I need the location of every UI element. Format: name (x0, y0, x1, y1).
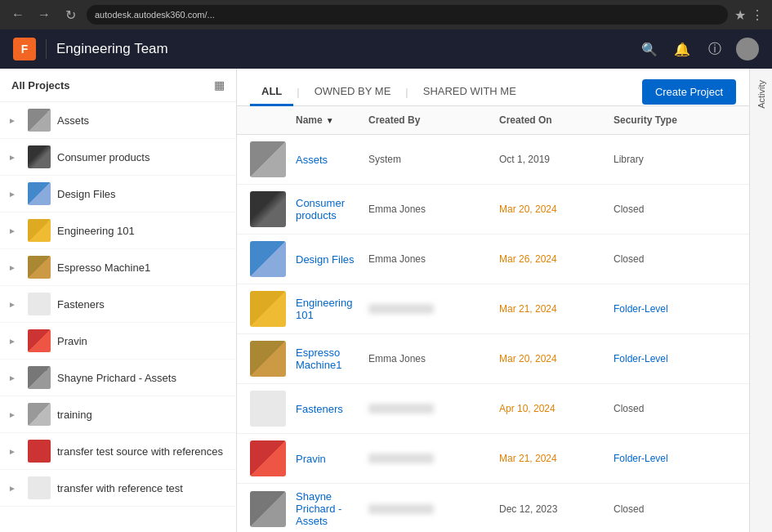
row-name-2[interactable]: Design Files (296, 253, 368, 266)
sidebar-item-training[interactable]: ► training (0, 396, 236, 433)
sidebar-label-design-files: Design Files (57, 188, 116, 200)
row-thumb-5 (250, 391, 286, 427)
sidebar-chevron-consumer-products: ► (8, 153, 21, 162)
sidebar-label-training: training (57, 409, 92, 421)
col-header-created-by: Created By (368, 114, 499, 126)
col-header-name[interactable]: Name ▼ (296, 114, 368, 126)
url-text: autodesk.autodesk360.com/... (95, 10, 215, 20)
sidebar-list: ► Assets ► Consumer products ► Design Fi… (0, 102, 236, 532)
sidebar-thumb-training (28, 403, 51, 426)
sidebar-thumb-assets (28, 109, 51, 132)
tab-owned-by-me[interactable]: OWNED BY ME (303, 78, 403, 106)
row-name-7[interactable]: Shayne Prichard - Assets (296, 490, 368, 527)
sidebar-item-shayne-assets[interactable]: ► Shayne Prichard - Assets (0, 360, 236, 396)
sidebar-label-transfer-ref-test: transfer with reference test (57, 482, 183, 494)
sidebar-label-pravin: Pravin (57, 335, 87, 347)
table-row[interactable]: Pravin Mar 21, 2024 Folder-Level (237, 434, 749, 484)
sidebar-label-transfer-test-source: transfer test source with references (57, 445, 223, 458)
sidebar-chevron-fasteners: ► (8, 300, 21, 309)
app-title: Engineering Team (56, 41, 638, 57)
sidebar-label-engineering-101: Engineering 101 (57, 225, 135, 237)
sidebar-thumb-transfer-test-source (28, 440, 51, 463)
sidebar-item-transfer-ref-test[interactable]: ► transfer with reference test (0, 470, 236, 507)
sidebar-item-pravin[interactable]: ► Pravin (0, 323, 236, 360)
sidebar-item-assets[interactable]: ► Assets (0, 102, 236, 139)
sidebar-item-transfer-test-source[interactable]: ► transfer test source with references (0, 433, 236, 470)
forward-button[interactable]: → (34, 5, 54, 25)
sidebar-item-consumer-products[interactable]: ► Consumer products (0, 139, 236, 176)
row-security-4: Folder-Level (614, 353, 736, 364)
table-row[interactable]: Engineering 101 Mar 21, 2024 Folder-Leve… (237, 284, 749, 334)
row-name-4[interactable]: Espresso Machine1 (296, 346, 368, 371)
notifications-button[interactable]: 🔔 (671, 38, 694, 60)
row-name-6[interactable]: Pravin (296, 453, 368, 465)
main-content: ALL | OWNED BY ME | SHARED WITH ME Creat… (237, 69, 749, 532)
row-date-4: Mar 20, 2024 (499, 353, 614, 364)
sidebar-item-fasteners[interactable]: ► Fasteners (0, 286, 236, 323)
sidebar-chevron-training: ► (8, 410, 21, 419)
row-name-5[interactable]: Fasteners (296, 403, 368, 415)
row-name-0[interactable]: Assets (296, 154, 368, 166)
row-security-5: Closed (614, 403, 736, 414)
sidebar-label-fasteners: Fasteners (57, 298, 105, 311)
tabs-bar: ALL | OWNED BY ME | SHARED WITH ME Creat… (237, 69, 749, 106)
table-row[interactable]: Shayne Prichard - Assets Dec 12, 2023 Cl… (237, 484, 749, 532)
row-name-1[interactable]: Consumer products (296, 197, 368, 221)
activity-label: Activity (756, 80, 766, 109)
row-creator-4: Emma Jones (368, 353, 499, 364)
create-project-button[interactable]: Create Project (642, 79, 736, 105)
col-header-created-on: Created On (499, 114, 614, 126)
row-thumb-4 (250, 341, 286, 377)
row-thumb-6 (250, 440, 286, 476)
sidebar-item-espresso-machine1[interactable]: ► Espresso Machine1 (0, 249, 236, 286)
sidebar-item-engineering-101[interactable]: ► Engineering 101 (0, 212, 236, 249)
blurred-creator (368, 454, 434, 463)
browser-actions: ★ ⋮ (734, 7, 764, 23)
table-row[interactable]: Consumer products Emma Jones Mar 20, 202… (237, 185, 749, 235)
row-thumb-1 (250, 191, 286, 227)
activity-panel[interactable]: Activity (749, 69, 772, 532)
row-date-0: Oct 1, 2019 (499, 154, 614, 165)
sidebar-thumb-espresso-machine1 (28, 256, 51, 279)
sidebar-chevron-transfer-test-source: ► (8, 447, 21, 456)
sidebar-label-assets: Assets (57, 114, 89, 127)
header-divider (46, 39, 47, 59)
blurred-creator (368, 504, 434, 514)
sidebar-thumb-pravin (28, 329, 51, 352)
help-button[interactable]: ⓘ (703, 38, 726, 60)
menu-button[interactable]: ⋮ (751, 7, 764, 23)
table-body: Assets System Oct 1, 2019 Library Consum… (237, 135, 749, 532)
tab-shared-with-me[interactable]: SHARED WITH ME (412, 78, 528, 106)
blurred-creator (368, 304, 434, 314)
table-row[interactable]: Fasteners Apr 10, 2024 Closed (237, 384, 749, 434)
row-date-3: Mar 21, 2024 (499, 303, 614, 315)
table-row[interactable]: Design Files Emma Jones Mar 26, 2024 Clo… (237, 235, 749, 284)
sidebar-chevron-assets: ► (8, 116, 21, 125)
tab-sep-2: | (405, 86, 408, 98)
back-button[interactable]: ← (8, 5, 28, 25)
filter-icon[interactable]: ▦ (214, 78, 225, 92)
user-avatar[interactable] (736, 38, 759, 60)
sidebar: All Projects ▦ ► Assets ► Consumer produ… (0, 69, 237, 532)
sidebar-chevron-design-files: ► (8, 190, 21, 199)
bookmark-button[interactable]: ★ (734, 7, 746, 23)
tab-all[interactable]: ALL (250, 78, 293, 106)
sidebar-item-design-files[interactable]: ► Design Files (0, 176, 236, 212)
row-security-7: Closed (614, 503, 736, 515)
row-security-3: Folder-Level (614, 303, 736, 315)
main-area: ALL | OWNED BY ME | SHARED WITH ME Creat… (237, 69, 772, 532)
table-row[interactable]: Assets System Oct 1, 2019 Library (237, 135, 749, 185)
row-name-3[interactable]: Engineering 101 (296, 297, 368, 321)
sidebar-header: All Projects ▦ (0, 69, 236, 102)
table-row[interactable]: Espresso Machine1 Emma Jones Mar 20, 202… (237, 334, 749, 384)
sidebar-title: All Projects (11, 79, 70, 92)
header-actions: 🔍 🔔 ⓘ (638, 38, 759, 60)
refresh-button[interactable]: ↻ (60, 5, 80, 25)
url-bar[interactable]: autodesk.autodesk360.com/... (87, 5, 728, 25)
search-button[interactable]: 🔍 (638, 38, 661, 60)
col-header-security-type: Security Type (614, 114, 736, 126)
row-creator-2: Emma Jones (368, 253, 499, 265)
row-security-1: Closed (614, 203, 736, 215)
sidebar-chevron-shayne-assets: ► (8, 373, 21, 382)
row-security-0: Library (614, 154, 736, 165)
